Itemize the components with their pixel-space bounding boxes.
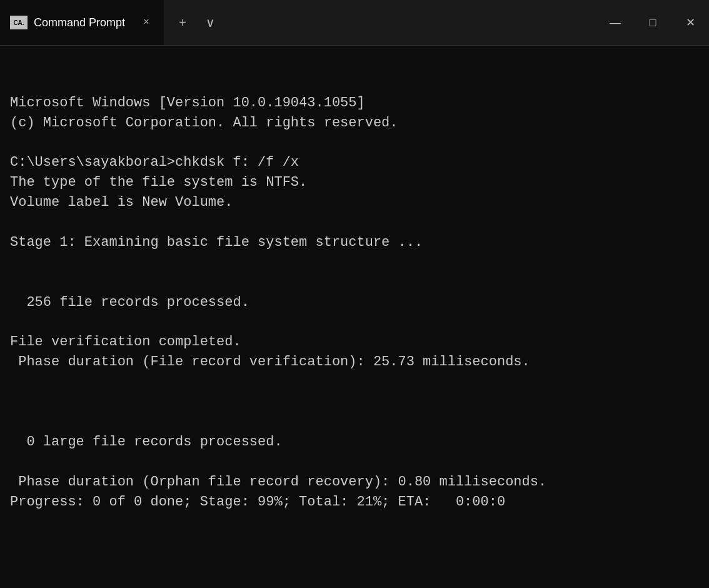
terminal-body[interactable]: Microsoft Windows [Version 10.0.19043.10… [0,46,709,588]
add-tab-button[interactable]: + [171,11,194,34]
tab-title-label: Command Prompt [34,16,125,29]
tab-controls: + ∨ [164,0,229,45]
titlebar: CA. Command Prompt × + ∨ — □ ✕ [0,0,709,46]
terminal-line [10,412,699,432]
active-tab[interactable]: CA. Command Prompt × [0,0,164,45]
terminal-line: Progress: 0 of 0 done; Stage: 99%; Total… [10,492,699,512]
terminal-line: 0 large file records processed. [10,432,699,452]
terminal-line [10,372,699,392]
close-tab-button[interactable]: × [139,15,154,30]
terminal-line [10,313,699,333]
cmd-icon-text: CA. [13,19,24,26]
terminal-line: File verification completed. [10,332,699,352]
maximize-button[interactable]: □ [634,0,671,46]
window-close-button[interactable]: ✕ [671,0,709,46]
terminal-line: The type of the file system is NTFS. [10,173,699,193]
terminal-line [10,253,699,273]
window-controls: — □ ✕ [596,0,709,45]
tab-dropdown-button[interactable]: ∨ [199,11,221,34]
terminal-line: Volume label is New Volume. [10,193,699,213]
tab-area: CA. Command Prompt × + ∨ [0,0,596,45]
terminal-line [10,213,699,233]
terminal-line [10,392,699,412]
terminal-line: Microsoft Windows [Version 10.0.19043.10… [10,93,699,113]
cmd-icon: CA. [10,16,28,29]
terminal-window: CA. Command Prompt × + ∨ — □ ✕ Microsoft… [0,0,709,588]
terminal-line: (c) Microsoft Corporation. All rights re… [10,113,699,133]
terminal-line: Stage 1: Examining basic file system str… [10,233,699,253]
terminal-line: Phase duration (File record verification… [10,352,699,372]
terminal-line [10,273,699,293]
minimize-button[interactable]: — [596,0,634,46]
terminal-line: 256 file records processed. [10,293,699,313]
terminal-line [10,133,699,153]
terminal-line [10,452,699,472]
terminal-line: C:\Users\sayakboral>chkdsk f: /f /x [10,153,699,173]
terminal-line: Phase duration (Orphan file record recov… [10,472,699,492]
